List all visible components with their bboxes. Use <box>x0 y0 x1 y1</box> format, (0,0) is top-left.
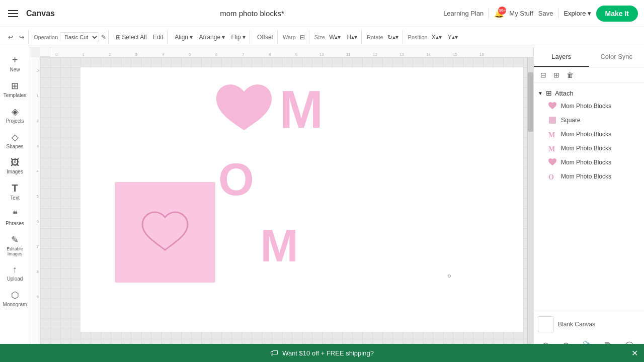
letter-o-icon[interactable]: O <box>215 144 270 202</box>
explore-button[interactable]: Explore ▾ <box>564 10 591 17</box>
new-icon: + <box>12 54 18 66</box>
rotate-button[interactable]: ↻▴▾ <box>385 33 400 42</box>
letter-m-layer-icon-2: M <box>548 144 557 153</box>
chevron-down-icon: ▾ <box>588 10 591 17</box>
select-all-button[interactable]: ⊞ Select All <box>114 33 148 42</box>
layer-tool-delete[interactable]: 🗑 <box>564 69 576 80</box>
layer-tool-duplicate[interactable]: ⊞ <box>551 69 562 80</box>
layer-item[interactable]: O Mom Photo Blocks <box>534 169 644 184</box>
heart-layer-icon-2 <box>548 158 557 167</box>
layer-item[interactable]: M Mom Photo Blocks <box>534 141 644 155</box>
canvas-area[interactable]: 0 1 2 3 4 5 6 7 8 9 10 11 12 13 14 15 16… <box>30 47 533 362</box>
letter-m-bottom-icon[interactable]: M <box>259 213 314 271</box>
sidebar-item-shapes[interactable]: ◇ Shapes <box>2 129 28 152</box>
sidebar-item-text[interactable]: T Text <box>2 179 28 204</box>
sidebar-item-upload[interactable]: ↑ Upload <box>2 261 28 285</box>
sidebar-label-new: New <box>10 67 20 72</box>
arrange-button[interactable]: Arrange ▾ <box>197 33 227 42</box>
align-button[interactable]: Align ▾ <box>173 33 195 42</box>
layer-name-5: Mom Photo Blocks <box>561 159 640 166</box>
pink-square-element[interactable] <box>115 182 215 283</box>
hamburger-menu[interactable] <box>6 8 20 19</box>
layer-item[interactable]: M Mom Photo Blocks <box>534 127 644 141</box>
layer-name-4: Mom Photo Blocks <box>561 145 640 152</box>
promo-icon: 🏷 <box>270 348 278 357</box>
canvas-white[interactable]: M O M <box>80 67 523 332</box>
layer-name-6: Mom Photo Blocks <box>561 173 640 180</box>
layer-name-1: Mom Photo Blocks <box>561 103 640 110</box>
select-all-icon: ⊞ <box>116 34 121 41</box>
learning-plan[interactable]: Learning Plan <box>443 10 484 17</box>
sidebar-label-projects: Projects <box>6 118 24 124</box>
scroll-bar-right[interactable] <box>527 57 533 356</box>
position-y-button[interactable]: Y▴▾ <box>446 33 460 42</box>
size-h-button[interactable]: H▴▾ <box>345 33 360 42</box>
sidebar-label-shapes: Shapes <box>7 144 24 149</box>
svg-text:O: O <box>548 173 554 181</box>
svg-text:M: M <box>260 220 296 271</box>
topbar: Canvas mom photo blocks* Learning Plan 🔔… <box>0 0 644 27</box>
my-stuff-link[interactable]: My Stuff <box>509 10 533 17</box>
blank-canvas-row[interactable]: Blank Canvas <box>538 314 640 334</box>
left-sidebar: + New ⊞ Templates ◈ Projects ◇ Shapes 🖼 … <box>0 47 30 362</box>
position-label: Position <box>408 34 428 40</box>
warp-label: Warp <box>283 34 296 40</box>
sidebar-item-new[interactable]: + New <box>2 51 28 75</box>
sidebar-label-phrases: Phrases <box>6 221 24 226</box>
offset-button[interactable]: Offset <box>255 33 275 42</box>
promo-close-button[interactable]: ✕ <box>631 348 638 358</box>
sidebar-label-templates: Templates <box>4 93 27 98</box>
flip-button[interactable]: Flip ▾ <box>229 33 248 42</box>
ruler-left: 0 1 2 3 4 5 6 7 8 9 <box>30 57 40 362</box>
notification-bell[interactable]: 🔔 99+ <box>494 9 504 18</box>
redo-button[interactable]: ↪ <box>17 33 26 42</box>
layer-item[interactable]: Square <box>534 113 644 127</box>
doc-title[interactable]: mom photo blocks* <box>67 9 437 18</box>
right-sidebar: Layers Color Sync ⊟ ⊞ 🗑 ▼ ⊞ Attach <box>533 47 644 362</box>
group-label: Attach <box>555 89 574 97</box>
expand-icon: ▼ <box>538 90 543 96</box>
shapes-icon: ◇ <box>12 132 19 143</box>
explore-label: Explore <box>564 10 586 17</box>
group-icon: ⊞ <box>546 89 552 97</box>
layer-group-attach[interactable]: ▼ ⊞ Attach <box>534 87 644 99</box>
cursor-indicator <box>448 275 451 278</box>
heart-layer-icon-1 <box>548 102 557 111</box>
sidebar-item-images[interactable]: 🖼 Images <box>2 154 28 177</box>
canvas-content[interactable]: M O M <box>40 57 533 352</box>
layer-item[interactable]: Mom Photo Blocks <box>534 99 644 113</box>
sidebar-item-monogram[interactable]: ⬡ Monogram <box>2 287 28 310</box>
tab-color-sync[interactable]: Color Sync <box>589 47 645 67</box>
edit-button[interactable]: Edit <box>151 33 166 42</box>
main-area: + New ⊞ Templates ◈ Projects ◇ Shapes 🖼 … <box>0 47 644 362</box>
make-it-button[interactable]: Make It <box>596 6 638 22</box>
notification-badge: 99+ <box>498 7 506 15</box>
save-button[interactable]: Save <box>538 10 553 17</box>
letter-m-layer-icon-1: M <box>548 130 557 139</box>
upload-icon: ↑ <box>13 264 17 275</box>
sidebar-item-templates[interactable]: ⊞ Templates <box>2 77 28 101</box>
operation-select[interactable]: Basic Cut <box>60 32 99 42</box>
sidebar-item-editable-images[interactable]: ✎ Editable Images <box>2 231 28 259</box>
svg-rect-3 <box>549 117 556 124</box>
heart-large-icon[interactable] <box>214 82 274 138</box>
layer-item[interactable]: Mom Photo Blocks <box>534 155 644 169</box>
promo-banner: 🏷 Want $10 off + FREE shipping? ✕ <box>0 344 644 362</box>
app-title: Canvas <box>26 9 55 18</box>
projects-icon: ◈ <box>12 106 19 117</box>
letter-o-layer-icon: O <box>548 172 557 181</box>
size-w-button[interactable]: W▴▾ <box>327 33 343 42</box>
undo-button[interactable]: ↩ <box>6 33 15 42</box>
heart-outline-icon <box>140 210 190 255</box>
layer-name-2: Square <box>561 117 640 124</box>
layer-tool-back[interactable]: ⊟ <box>538 69 549 80</box>
position-x-button[interactable]: X▴▾ <box>430 33 444 42</box>
rotate-label: Rotate <box>367 34 383 40</box>
sidebar-item-projects[interactable]: ◈ Projects <box>2 103 28 127</box>
warp-button[interactable]: ⊟ <box>298 33 307 42</box>
ruler-top: 0 1 2 3 4 5 6 7 8 9 10 11 12 13 14 15 16 <box>40 47 533 57</box>
tab-layers[interactable]: Layers <box>534 47 589 67</box>
sidebar-item-phrases[interactable]: ❝ Phrases <box>2 206 28 229</box>
images-icon: 🖼 <box>11 157 20 168</box>
letter-m-large-icon[interactable]: M <box>274 75 340 135</box>
